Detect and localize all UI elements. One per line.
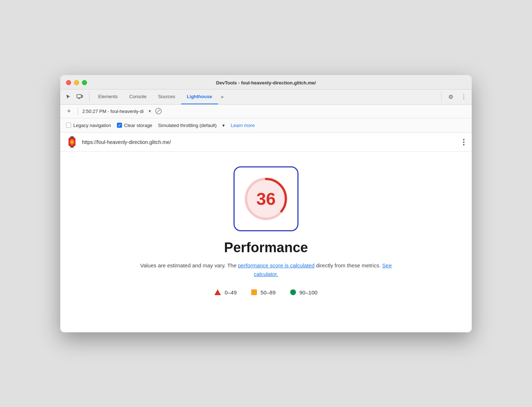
more-tabs-button[interactable]: » xyxy=(218,89,227,104)
legend-red-icon xyxy=(214,289,221,295)
legend-green-icon xyxy=(290,289,296,295)
legacy-nav-label: Legacy navigation xyxy=(73,123,111,128)
tab-lighthouse[interactable]: Lighthouse xyxy=(181,89,218,104)
maximize-button[interactable] xyxy=(82,80,87,85)
main-content: 36 Performance Values are estimated and … xyxy=(60,152,472,332)
legend-orange-icon xyxy=(251,289,257,295)
timestamp-display: 2:50:27 PM - foul-heavenly-di xyxy=(82,109,144,114)
legend-item-green: 90–100 xyxy=(290,289,318,296)
minimize-button[interactable] xyxy=(74,80,79,85)
settings-icon[interactable]: ⚙ xyxy=(446,92,456,102)
throttling-label: Simulated throttling (default) xyxy=(158,123,217,128)
url-bar-menu-button[interactable] xyxy=(462,137,466,147)
tab-sources[interactable]: Sources xyxy=(152,89,181,104)
legend-green-label: 90–100 xyxy=(300,289,318,296)
perf-score-link[interactable]: performance score is calculated xyxy=(238,262,314,268)
legend-red-label: 0–49 xyxy=(224,289,236,296)
cursor-icon[interactable] xyxy=(63,92,73,102)
performance-description: Values are estimated and may vary. The p… xyxy=(140,261,392,279)
legacy-nav-checkbox[interactable] xyxy=(66,123,71,128)
toolbar-icons xyxy=(63,92,90,102)
svg-rect-1 xyxy=(82,95,83,97)
legend-item-red: 0–49 xyxy=(214,289,236,296)
score-legend: 0–49 50–89 90–100 xyxy=(214,289,317,296)
close-button[interactable] xyxy=(66,80,71,85)
score-circle: 36 xyxy=(243,175,289,222)
clear-storage-label: Clear storage xyxy=(124,123,152,128)
desc-static: Values are estimated and may vary. The xyxy=(140,262,236,268)
tab-elements[interactable]: Elements xyxy=(92,89,123,104)
throttle-dropdown[interactable]: ▾ xyxy=(222,123,225,128)
devtools-window: DevTools - foul-heavenly-direction.glitc… xyxy=(60,75,472,332)
performance-title: Performance xyxy=(224,240,308,255)
legend-orange-label: 50–89 xyxy=(261,289,276,296)
divider xyxy=(78,108,78,115)
legend-item-orange: 50–89 xyxy=(251,289,276,296)
desc-mid: directly from these metrics. xyxy=(316,262,380,268)
url-display: https://foul-heavenly-direction.glitch.m… xyxy=(82,139,457,145)
options-bar: Legacy navigation Clear storage Simulate… xyxy=(60,118,472,133)
block-icon[interactable] xyxy=(155,108,162,114)
legacy-nav-option: Legacy navigation xyxy=(66,123,111,128)
clear-storage-option: Clear storage xyxy=(117,123,152,128)
timestamp-dropdown[interactable]: ▾ xyxy=(149,109,151,114)
add-button[interactable]: + xyxy=(65,108,73,115)
dropdown-arrow-icon: ▾ xyxy=(222,123,225,128)
device-icon[interactable] xyxy=(75,92,85,102)
tab-console[interactable]: Console xyxy=(123,89,152,104)
window-title: DevTools - foul-heavenly-direction.glitc… xyxy=(216,80,316,86)
devtools-toolbar: Elements Console Sources Lighthouse » ⚙ … xyxy=(60,89,472,105)
lighthouse-logo-icon: 🏮 xyxy=(66,136,78,149)
clear-storage-checkbox[interactable] xyxy=(117,123,122,128)
traffic-lights xyxy=(66,80,87,85)
tabs: Elements Console Sources Lighthouse » xyxy=(92,89,438,104)
score-number: 36 xyxy=(256,189,275,209)
more-options-icon[interactable]: ⋮ xyxy=(459,92,469,102)
title-bar: DevTools - foul-heavenly-direction.glitc… xyxy=(60,75,472,89)
url-bar: 🏮 https://foul-heavenly-direction.glitch… xyxy=(60,133,472,152)
secondary-toolbar: + 2:50:27 PM - foul-heavenly-di ▾ xyxy=(60,105,472,118)
svg-rect-0 xyxy=(77,95,81,98)
learn-more-link[interactable]: Learn more xyxy=(231,123,254,128)
toolbar-right: ⚙ ⋮ xyxy=(441,92,469,102)
score-gauge: 36 xyxy=(234,166,298,231)
